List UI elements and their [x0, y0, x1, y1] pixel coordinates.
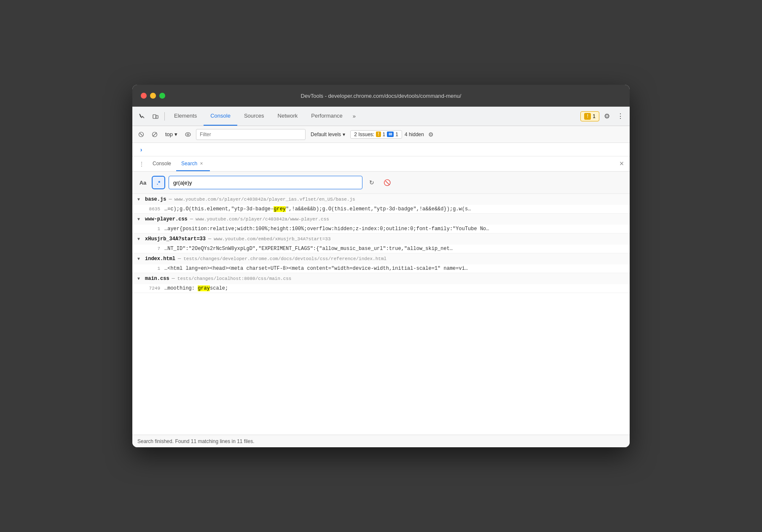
- result-line[interactable]: 1 …<html lang=en><head><meta charset=UTF…: [132, 264, 630, 273]
- close-search-tab-button[interactable]: ×: [198, 160, 205, 167]
- block-icon[interactable]: [149, 129, 160, 140]
- settings-icon[interactable]: ⚙: [601, 110, 613, 122]
- file-name: main.css: [145, 276, 169, 282]
- tab-more[interactable]: »: [349, 107, 359, 126]
- file-url: tests/changes/localhost:8080/css/main.cs…: [177, 276, 292, 281]
- default-levels-button[interactable]: Default levels ▾: [308, 131, 348, 138]
- file-name: index.html: [145, 256, 175, 262]
- tab-network[interactable]: Network: [271, 107, 305, 126]
- collapse-icon: ▼: [137, 277, 142, 281]
- status-text: Search finished. Found 11 matching lines…: [137, 438, 255, 444]
- console-settings-icon[interactable]: ⚙: [427, 130, 436, 139]
- title-bar: DevTools - developer.chrome.com/docs/dev…: [132, 85, 630, 107]
- use-regex-button[interactable]: .*: [152, 176, 165, 189]
- line-content: …<html lang=en><head><meta charset=UTF-8…: [164, 266, 625, 271]
- file-group-xhusjrb: ▼ xHusjrb_34A?start=33 — www.youtube.com…: [132, 234, 630, 253]
- file-header-basejs[interactable]: ▼ base.js — www.youtube.com/s/player/c40…: [132, 194, 630, 205]
- file-header-wwwplayer[interactable]: ▼ www-player.css — www.youtube.com/s/pla…: [132, 214, 630, 225]
- line-content: …ayer{position:relative;width:100%;heigh…: [164, 226, 625, 232]
- highlight: grey: [274, 206, 286, 212]
- svg-point-6: [185, 132, 190, 136]
- file-group-basejs: ▼ base.js — www.youtube.com/s/player/c40…: [132, 194, 630, 214]
- file-url: tests/changes/developer.chrome.com/docs/…: [183, 256, 386, 261]
- file-url: www.youtube.com/s/player/c403842a/www-pl…: [196, 217, 329, 222]
- status-bar: Search finished. Found 11 matching lines…: [132, 435, 630, 447]
- search-results-area: ▼ base.js — www.youtube.com/s/player/c40…: [132, 194, 630, 435]
- eye-icon[interactable]: [182, 129, 193, 140]
- result-line[interactable]: 7 …NT_ID":"2OeQYs2rNcSnW8yxpLgD","EXPERI…: [132, 245, 630, 253]
- refresh-search-button[interactable]: ↻: [366, 177, 378, 188]
- file-name: xHusjrb_34A?start=33: [145, 236, 206, 242]
- collapse-icon: ▼: [137, 197, 142, 202]
- file-group-wwwplayer: ▼ www-player.css — www.youtube.com/s/pla…: [132, 214, 630, 234]
- tab-bar: Elements Console Sources Network Perform…: [167, 107, 580, 126]
- file-group-indexhtml: ▼ index.html — tests/changes/developer.c…: [132, 253, 630, 273]
- svg-rect-0: [153, 115, 156, 118]
- file-url: www.youtube.com/embed/xHusjrb_34A?start=…: [214, 236, 330, 242]
- console-toolbar: top ▾ Default levels ▾ 2 Issues: ! 1 ✉ 1: [132, 126, 630, 143]
- cancel-search-button[interactable]: 🚫: [381, 177, 393, 188]
- file-name: www-player.css: [145, 216, 188, 222]
- more-options-icon[interactable]: ⋮: [614, 110, 626, 122]
- file-header-maincss[interactable]: ▼ main.css — tests/changes/localhost:808…: [132, 273, 630, 284]
- search-input-row: Aa .* ↻ 🚫: [132, 172, 630, 194]
- panel-menu-icon[interactable]: ⋮: [136, 161, 148, 167]
- issues-inline[interactable]: 2 Issues: ! 1 ✉ 1: [350, 130, 402, 139]
- close-panel-button[interactable]: ×: [617, 159, 626, 169]
- match-case-button[interactable]: Aa: [137, 177, 148, 188]
- warning-icon: !: [584, 113, 591, 120]
- issues-count: 1: [593, 113, 596, 119]
- line-number: 1: [145, 226, 160, 231]
- highlight: gray: [198, 285, 210, 291]
- issues-badge[interactable]: ! 1: [580, 111, 599, 121]
- collapse-icon: ▼: [137, 217, 142, 222]
- main-panel: ⋮ Console Search × × Aa: [132, 156, 630, 447]
- svg-line-5: [153, 132, 157, 136]
- file-header-xhusjrb[interactable]: ▼ xHusjrb_34A?start=33 — www.youtube.com…: [132, 234, 630, 245]
- close-button[interactable]: [141, 93, 147, 99]
- top-selector[interactable]: top ▾: [163, 130, 180, 138]
- tab-performance[interactable]: Performance: [304, 107, 349, 126]
- sub-tab-bar: ⋮ Console Search × ×: [132, 156, 630, 172]
- clear-console-icon[interactable]: [136, 129, 147, 140]
- device-toolbar-icon[interactable]: [149, 110, 162, 123]
- file-url: www.youtube.com/s/player/c403842a/player…: [174, 197, 355, 202]
- line-number: 7249: [145, 286, 160, 291]
- line-content: …=c);g.O(this.element,"ytp-3d-badge-grey…: [164, 206, 625, 212]
- sub-tab-console[interactable]: Console: [148, 156, 176, 171]
- line-number: 1: [145, 266, 160, 271]
- line-number: 7: [145, 246, 160, 251]
- result-line[interactable]: 8635 …=c);g.O(this.element,"ytp-3d-badge…: [132, 205, 630, 213]
- line-content: …NT_ID":"2OeQYs2rNcSnW8yxpLgD","EXPERIME…: [164, 246, 625, 252]
- line-content: …moothing: grayscale;: [164, 285, 625, 291]
- file-group-maincss: ▼ main.css — tests/changes/localhost:808…: [132, 273, 630, 293]
- hidden-label: 4 hidden: [405, 132, 424, 137]
- main-toolbar: Elements Console Sources Network Perform…: [132, 107, 630, 126]
- line-number: 8635: [145, 207, 160, 212]
- result-line[interactable]: 7249 …moothing: grayscale;: [132, 284, 630, 293]
- svg-point-7: [187, 134, 189, 135]
- search-input[interactable]: [169, 176, 362, 189]
- inspect-icon[interactable]: [136, 110, 148, 123]
- svg-line-3: [140, 133, 142, 136]
- toolbar-right: ! 1 ⚙ ⋮: [580, 110, 626, 122]
- result-line[interactable]: 1 …ayer{position:relative;width:100%;hei…: [132, 225, 630, 233]
- sub-tab-search[interactable]: Search ×: [176, 156, 210, 171]
- maximize-button[interactable]: [159, 93, 165, 99]
- file-name: base.js: [145, 196, 166, 202]
- window-title: DevTools - developer.chrome.com/docs/dev…: [301, 93, 461, 99]
- tab-sources[interactable]: Sources: [237, 107, 271, 126]
- traffic-lights: [141, 93, 165, 99]
- collapse-icon: ▼: [137, 257, 142, 261]
- file-header-indexhtml[interactable]: ▼ index.html — tests/changes/developer.c…: [132, 253, 630, 264]
- warn-badge: !: [376, 132, 381, 137]
- expand-arrow-icon[interactable]: ›: [137, 145, 146, 154]
- tab-console[interactable]: Console: [204, 107, 237, 126]
- collapse-icon: ▼: [137, 237, 142, 242]
- filter-input[interactable]: [196, 129, 306, 140]
- info-badge: ✉: [387, 132, 394, 137]
- tab-elements[interactable]: Elements: [167, 107, 204, 126]
- minimize-button[interactable]: [150, 93, 156, 99]
- svg-rect-1: [156, 116, 158, 118]
- console-arrow-row: ›: [132, 143, 630, 156]
